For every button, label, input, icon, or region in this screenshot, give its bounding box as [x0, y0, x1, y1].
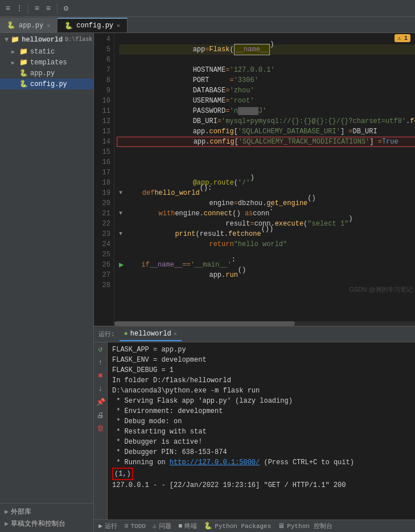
- run-status-label: 运行: [105, 522, 117, 530]
- code-block: 4 5 6 7 8 9 10 11 12 13 14 15 16 17: [94, 33, 415, 326]
- tab-bar: 🐍 app.py ✕ 🐍 config.py ✕: [0, 17, 415, 33]
- line-numbers: 4 5 6 7 8 9 10 11 12 13 14 15 16 17: [94, 33, 114, 326]
- sidebar-label-templates: templates: [30, 59, 67, 67]
- editor-run-container: ⚠ 1 4 5 6 7 8 9 10 11 12 13 14: [94, 33, 415, 532]
- run-left-icons: ↺ ↑ ■ ↓ 📌 🖨 🗑: [94, 342, 108, 519]
- output-line-4: In folder D:/flask/helloworld: [112, 375, 410, 386]
- project-arrow: ▼: [5, 36, 9, 44]
- ln-27: 27: [94, 270, 110, 280]
- output-line-13: (1,): [112, 468, 410, 480]
- scroll-up-icon[interactable]: ↑: [98, 358, 103, 367]
- menu-icon[interactable]: ≡: [3, 4, 13, 13]
- pin-icon[interactable]: 📌: [96, 398, 105, 407]
- terminal-icon: ■: [178, 522, 182, 530]
- run-tab-close[interactable]: ✕: [174, 330, 177, 337]
- ln-11: 11: [94, 106, 110, 116]
- output-line-10: * Debugger is active!: [112, 437, 410, 447]
- scroll-down-icon[interactable]: ↓: [98, 384, 103, 393]
- python-pkg-label: Python Packages: [215, 523, 271, 530]
- ln-13: 13: [94, 126, 110, 137]
- scrollbar-thumb: [114, 321, 295, 326]
- python-pkg-icon: 🐍: [204, 522, 212, 530]
- toolbar-separator2: [57, 3, 57, 14]
- ln-7: 7: [94, 65, 110, 75]
- tab-config-py[interactable]: 🐍 config.py ✕: [57, 18, 128, 32]
- code-lines[interactable]: app = Flask(__name__) HOSTNAME = '127.0.…: [114, 33, 415, 326]
- nav-up-icon[interactable]: ⋮: [15, 4, 24, 13]
- sidebar-label-config-py: config.py: [30, 80, 67, 88]
- status-terminal[interactable]: ■ 终端: [178, 522, 197, 530]
- project-root[interactable]: ▼ 📁 helloworld D:\flask: [0, 33, 93, 46]
- status-run[interactable]: ▶ 运行: [98, 522, 117, 530]
- sidebar-label-static: static: [30, 48, 55, 56]
- editor-area: ⚠ 1 4 5 6 7 8 9 10 11 12 13 14: [94, 33, 415, 326]
- ln-16: 16: [94, 157, 110, 167]
- sidebar-item-config-py[interactable]: ▶ 🐍 config.py: [0, 79, 93, 89]
- run-panel: 运行: ● helloworld ✕ ↺ ↑ ■ ↓ 📌: [94, 326, 415, 519]
- code-line-14: app.config['SQLALCHEMY_TRACK_MODIFICATIO…: [117, 137, 415, 147]
- run-tab-helloworld[interactable]: ● helloworld ✕: [120, 328, 182, 341]
- flask-url-link[interactable]: http://127.0.0.1:5000/: [170, 459, 260, 466]
- run-status-icon: ▶: [98, 522, 102, 530]
- ln-25: 25: [94, 249, 110, 260]
- ln-4: 4: [94, 34, 110, 44]
- sidebar-scratch-console[interactable]: ▶ 草稿文件和控制台: [5, 518, 89, 530]
- main-layout: ▼ 📁 helloworld D:\flask ▶ 📁 static ▶ 📁 t…: [0, 33, 415, 532]
- ln-26: 26: [94, 260, 110, 270]
- print-icon[interactable]: 🖨: [97, 411, 104, 420]
- trash-icon[interactable]: 🗑: [97, 424, 104, 433]
- tab-close-app[interactable]: ✕: [47, 22, 50, 29]
- ln-20: 20: [94, 198, 110, 208]
- run-panel-toolbar: 运行: ● helloworld ✕: [94, 326, 415, 342]
- status-python-packages[interactable]: 🐍 Python Packages: [204, 522, 271, 530]
- todo-label: TODO: [130, 523, 145, 530]
- ln-17: 17: [94, 167, 110, 178]
- scratch-arrow: ▶: [5, 519, 9, 528]
- sidebar-item-static[interactable]: ▶ 📁 static: [0, 46, 93, 57]
- ln-6: 6: [94, 55, 110, 65]
- ln-18: 18: [94, 178, 110, 188]
- ln-8: 8: [94, 75, 110, 85]
- restart-icon[interactable]: ↺: [98, 345, 103, 354]
- run-tab-icon: ●: [124, 330, 128, 338]
- tree-arrow-static: ▶: [11, 48, 17, 55]
- ln-12: 12: [94, 116, 110, 126]
- status-problems[interactable]: ⚠ 问题: [153, 522, 171, 530]
- ln-9: 9: [94, 85, 110, 96]
- stop-icon[interactable]: ■: [98, 371, 103, 380]
- output-line-14: 127.0.0.1 - - [22/Jan/2022 19:23:16] "GE…: [112, 480, 410, 490]
- output-line-11: * Debugger PIN: 638-153-874: [112, 447, 410, 457]
- code-line-28: [119, 280, 415, 290]
- editor-scrollbar[interactable]: [114, 321, 415, 326]
- sidebar-external-libs[interactable]: ▶ 外部库: [5, 506, 89, 518]
- tab-close-config[interactable]: ✕: [117, 22, 120, 29]
- code-line-18: @app.route('/'): [119, 178, 415, 188]
- output-line-2: FLASK_ENV = development: [112, 355, 410, 365]
- tab-icon-app: 🐍: [7, 21, 15, 30]
- project-name: helloworld: [22, 36, 63, 44]
- status-python-console[interactable]: 🖥 Python 控制台: [278, 522, 332, 530]
- run-output[interactable]: FLASK_APP = app.py FLASK_ENV = developme…: [108, 342, 415, 519]
- sidebar-bottom: ▶ 外部库 ▶ 草稿文件和控制台: [0, 503, 93, 532]
- todo-icon: ≡: [124, 522, 128, 530]
- editor-content: ⚠ 1 4 5 6 7 8 9 10 11 12 13 14: [94, 33, 415, 326]
- ln-28: 28: [94, 280, 110, 290]
- settings-icon[interactable]: ⚙: [61, 4, 71, 13]
- ln-23: 23: [94, 229, 110, 239]
- output-line-3: FLASK_DEBUG = 1: [112, 365, 410, 375]
- git-icon[interactable]: ≡: [32, 4, 42, 13]
- toolbar-separator: [28, 3, 28, 14]
- status-todo[interactable]: ≡ TODO: [124, 522, 146, 530]
- tab-app-py[interactable]: 🐍 app.py ✕: [0, 18, 57, 32]
- list-icon[interactable]: ≡: [44, 4, 53, 13]
- problems-label: 问题: [159, 522, 171, 530]
- ln-5: 5: [94, 44, 110, 55]
- sidebar-item-app-py[interactable]: ▶ 🐍 app.py: [0, 68, 93, 79]
- run-label: 运行:: [98, 330, 115, 338]
- ln-24: 24: [94, 239, 110, 249]
- result-box: (1,): [112, 468, 133, 480]
- folder-icon-static: 📁: [19, 47, 28, 56]
- output-line-9: * Restarting with stat: [112, 427, 410, 437]
- sidebar-item-templates[interactable]: ▶ 📁 templates: [0, 57, 93, 68]
- sidebar-label-app-py: app.py: [30, 69, 55, 77]
